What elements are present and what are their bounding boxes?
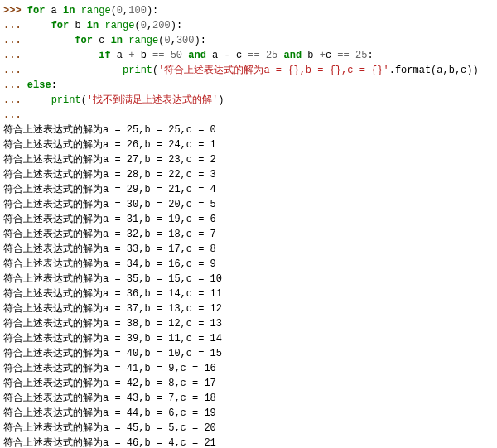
- string-match: '符合上述表达式的解为a = {},b = {},c = {}': [158, 65, 388, 76]
- code-line-2: ... for b in range(0,200):: [3, 18, 494, 33]
- prompt-cont: ...: [3, 20, 22, 31]
- output-row: 符合上述表达式的解为a = 33,b = 17,c = 8: [3, 242, 494, 257]
- output-row: 符合上述表达式的解为a = 34,b = 16,c = 9: [3, 257, 494, 272]
- output-row: 符合上述表达式的解为a = 27,b = 23,c = 2: [3, 152, 494, 167]
- code-line-1: >>> for a in range(0,100):: [3, 3, 494, 18]
- output-row: 符合上述表达式的解为a = 43,b = 7,c = 18: [3, 391, 494, 406]
- kw-for: for: [75, 35, 93, 46]
- output-row: 符合上述表达式的解为a = 46,b = 4,c = 21: [3, 436, 494, 448]
- kw-and: and: [284, 50, 302, 61]
- builtin-range: range: [104, 20, 134, 31]
- output-row: 符合上述表达式的解为a = 30,b = 20,c = 5: [3, 197, 494, 212]
- output-row: 符合上述表达式的解为a = 26,b = 24,c = 1: [3, 137, 494, 152]
- output-row: 符合上述表达式的解为a = 42,b = 8,c = 17: [3, 376, 494, 391]
- output-row: 符合上述表达式的解为a = 29,b = 21,c = 4: [3, 182, 494, 197]
- num: 0: [117, 5, 123, 17]
- repl-session: >>> for a in range(0,100): ... for b in …: [3, 3, 494, 448]
- code-line-4: ... if a + b == 50 and a - c == 25 and b…: [3, 48, 494, 63]
- output-row: 符合上述表达式的解为a = 39,b = 11,c = 14: [3, 331, 494, 346]
- num: 300: [176, 35, 195, 46]
- output-row: 符合上述表达式的解为a = 35,b = 15,c = 10: [3, 272, 494, 287]
- code-line-7: ... print('找不到满足上述表达式的解'): [3, 93, 494, 108]
- output-row: 符合上述表达式的解为a = 28,b = 22,c = 3: [3, 167, 494, 182]
- kw-else: else: [27, 79, 51, 91]
- num: 25: [355, 50, 367, 61]
- prompt-cont: ...: [3, 109, 22, 121]
- kw-for: for: [51, 20, 70, 31]
- kw-in: in: [111, 35, 123, 46]
- kw-and: and: [188, 50, 206, 61]
- builtin-print: print: [51, 94, 81, 106]
- prompt-cont: ...: [3, 50, 22, 61]
- num: 0: [141, 20, 147, 31]
- output-row: 符合上述表达式的解为a = 36,b = 14,c = 11: [3, 287, 494, 301]
- output-row: 符合上述表达式的解为a = 25,b = 25,c = 0: [3, 123, 494, 137]
- num: 100: [128, 5, 147, 17]
- code-line-6: ... else:: [3, 78, 494, 93]
- num: 0: [164, 35, 170, 46]
- kw-in: in: [87, 20, 99, 31]
- paren-close: ): [218, 94, 224, 106]
- kw-for: for: [27, 5, 46, 17]
- prompt-cont: ...: [3, 79, 22, 91]
- output-row: 符合上述表达式的解为a = 40,b = 10,c = 15: [3, 346, 494, 361]
- prompt-cont: ...: [3, 35, 22, 46]
- builtin-print: print: [123, 65, 152, 76]
- format-call: .format(a,b,c)): [389, 65, 479, 76]
- output-row: 符合上述表达式的解为a = 32,b = 18,c = 7: [3, 227, 494, 242]
- output-row: 符合上述表达式的解为a = 31,b = 19,c = 6: [3, 212, 494, 227]
- code-line-8: ...: [3, 108, 494, 123]
- output-row: 符合上述表达式的解为a = 45,b = 5,c = 20: [3, 421, 494, 436]
- output-row: 符合上述表达式的解为a = 37,b = 13,c = 12: [3, 301, 494, 316]
- builtin-range: range: [128, 35, 158, 46]
- kw-in: in: [63, 5, 75, 17]
- output-row: 符合上述表达式的解为a = 38,b = 12,c = 13: [3, 316, 494, 331]
- prompt-primary: >>>: [3, 5, 22, 17]
- builtin-range: range: [81, 5, 111, 17]
- num: 50: [171, 50, 182, 61]
- num: 25: [266, 50, 277, 61]
- output-row: 符合上述表达式的解为a = 41,b = 9,c = 16: [3, 361, 494, 376]
- string-nomatch: '找不到满足上述表达式的解': [87, 94, 218, 106]
- num: 200: [152, 20, 171, 31]
- code-line-3: ... for c in range(0,300):: [3, 33, 494, 48]
- prompt-cont: ...: [3, 94, 22, 106]
- output-row: 符合上述表达式的解为a = 44,b = 6,c = 19: [3, 406, 494, 421]
- output-block: 符合上述表达式的解为a = 25,b = 25,c = 0符合上述表达式的解为a…: [3, 123, 494, 448]
- kw-if: if: [99, 50, 110, 61]
- code-line-5: ... print('符合上述表达式的解为a = {},b = {},c = {…: [3, 63, 494, 78]
- prompt-cont: ...: [3, 65, 22, 76]
